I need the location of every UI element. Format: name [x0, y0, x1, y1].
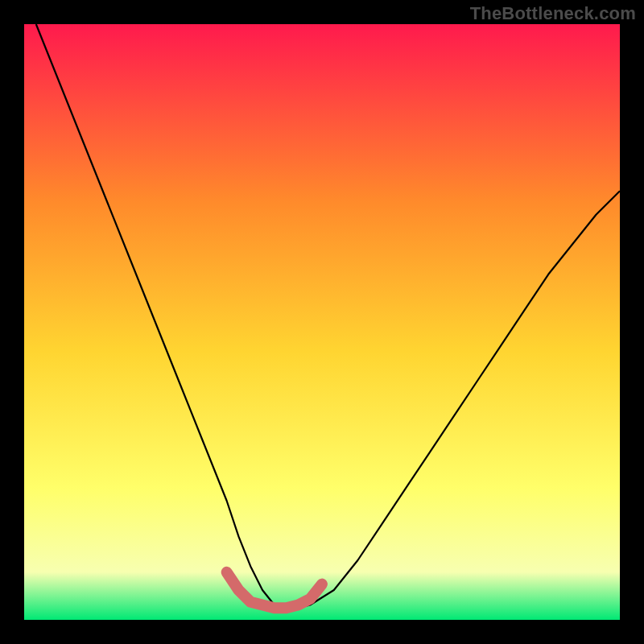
chart-frame: TheBottleneck.com	[0, 0, 644, 644]
bottleneck-chart	[0, 0, 644, 644]
watermark-text: TheBottleneck.com	[470, 3, 636, 24]
plot-background	[24, 24, 620, 620]
